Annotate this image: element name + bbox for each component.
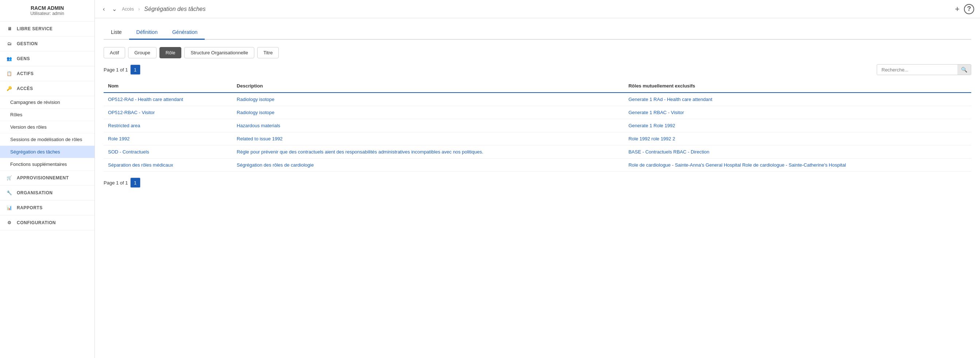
breadcrumb: Accès xyxy=(122,6,134,12)
sidebar-item-rapports[interactable]: 📊 RAPPORTS xyxy=(0,201,94,215)
tab-definition[interactable]: Définition xyxy=(129,25,165,40)
sidebar-section-label: GESTION xyxy=(17,41,38,46)
row-description-link[interactable]: Related to issue 1992 xyxy=(237,136,283,141)
sidebar-sub-sessions[interactable]: Sessions de modélisation de rôles xyxy=(0,133,94,146)
filter-titre[interactable]: Titre xyxy=(257,47,279,58)
row-nom-link[interactable]: OP512-RBAC - Visitor xyxy=(108,110,155,115)
row-exclusif1-link[interactable]: Generate 1 xyxy=(628,123,652,128)
table-head: Nom Description Rôles mutuellement exclu… xyxy=(103,79,971,93)
sidebar-item-actifs[interactable]: 📋 ACTIFS xyxy=(0,67,94,81)
col-description: Description xyxy=(232,79,624,93)
table-top-row: Page 1 of 1 1 🔍 xyxy=(103,64,971,75)
table-header-row: Nom Description Rôles mutuellement exclu… xyxy=(103,79,971,93)
table-row: SOD - ContractuelsRègle pour prévenir qu… xyxy=(103,146,971,158)
pagination-bottom-text: Page 1 of 1 xyxy=(103,180,128,185)
row-exclusif1-link[interactable]: Role de cardiologue - Sainte-Anna's Gene… xyxy=(628,162,741,168)
key-icon: 🔑 xyxy=(6,85,13,92)
search-button[interactable]: 🔍 xyxy=(958,65,971,75)
row-description-link[interactable]: Hazardous materials xyxy=(237,123,280,128)
row-description-link[interactable]: Ségrégation des rôles de cardiologie xyxy=(237,162,314,168)
sidebar-sub-fonctions[interactable]: Fonctions supplémentaires xyxy=(0,158,94,171)
help-button[interactable]: ? xyxy=(964,4,974,14)
cell-description: Règle pour prévenir que des contractuels… xyxy=(232,146,624,158)
add-button[interactable]: + xyxy=(955,5,959,14)
sidebar-item-gens[interactable]: 👥 GENS xyxy=(0,51,94,67)
sidebar-item-gestion[interactable]: 🗂 GESTION xyxy=(0,36,94,51)
row-exclusif2-link[interactable]: RBAC - Direction xyxy=(673,149,709,155)
cell-description: Related to issue 1992 xyxy=(232,132,624,146)
row-nom-link[interactable]: Role 1992 xyxy=(108,136,129,141)
pagination-top: Page 1 of 1 1 xyxy=(103,65,140,75)
sidebar-sub-version-roles[interactable]: Version des rôles xyxy=(0,121,94,133)
row-exclusif1-link[interactable]: BASE - Contractuels xyxy=(628,149,672,155)
filter-actif[interactable]: Actif xyxy=(103,47,125,58)
col-exclusifs: Rôles mutuellement exclusifs xyxy=(624,79,971,93)
folder-icon: 🗂 xyxy=(6,40,13,48)
cell-exclusifs: Role 1992 role 1992 2 xyxy=(624,132,971,146)
search-input[interactable] xyxy=(877,65,958,75)
cell-nom: Role 1992 xyxy=(103,132,232,146)
cell-nom: Restricted area xyxy=(103,119,232,132)
page-btn-top-1[interactable]: 1 xyxy=(130,65,140,75)
sidebar-section-label: LIBRE SERVICE xyxy=(17,26,52,31)
sidebar-header: RACM ADMIN Utilisateur: admin xyxy=(0,0,94,22)
row-nom-link[interactable]: SOD - Contractuels xyxy=(108,149,149,155)
sidebar-section-label: GENS xyxy=(17,56,30,61)
row-description-link[interactable]: Radiology isotope xyxy=(237,97,274,102)
filter-groupe[interactable]: Groupe xyxy=(128,47,156,58)
sidebar-item-libre-service[interactable]: 🖥 LIBRE SERVICE xyxy=(0,22,94,36)
sidebar: RACM ADMIN Utilisateur: admin 🖥 LIBRE SE… xyxy=(0,0,95,358)
page-title: Ségrégation des tâches xyxy=(144,6,205,13)
row-exclusif2-link[interactable]: RAd - Health care attendant xyxy=(654,97,712,102)
wrench-icon: 🔧 xyxy=(6,189,13,196)
row-exclusif2-link[interactable]: Role de cardiologue - Sainte-Catherine's… xyxy=(742,162,846,168)
sidebar-sub-segregation[interactable]: Ségrégation des tâches xyxy=(0,146,94,158)
sidebar-sub-campagnes[interactable]: Campagnes de révision xyxy=(0,96,94,109)
cell-description: Radiology isotope xyxy=(232,93,624,106)
sidebar-section-label: ORGANISATION xyxy=(17,190,52,195)
content-area: Liste Définition Génération Actif Groupe… xyxy=(95,18,980,358)
cell-exclusifs: Role de cardiologue - Sainte-Anna's Gene… xyxy=(624,158,971,172)
tabs-bar: Liste Définition Génération xyxy=(103,25,971,40)
tab-generation[interactable]: Génération xyxy=(165,25,205,40)
topbar-right: + ? xyxy=(955,4,974,14)
row-exclusif1-link[interactable]: Role 1992 xyxy=(628,136,650,141)
sidebar-item-configuration[interactable]: ⚙ CONFIGURATION xyxy=(0,215,94,230)
row-exclusif2-link[interactable]: Role 1992 xyxy=(654,123,675,128)
filter-structure[interactable]: Structure Organisationnelle xyxy=(184,47,254,58)
data-table: Nom Description Rôles mutuellement exclu… xyxy=(103,79,971,172)
cell-nom: Séparation des rôles médicaux xyxy=(103,158,232,172)
row-nom-link[interactable]: Restricted area xyxy=(108,123,140,128)
row-description-link[interactable]: Règle pour prévenir que des contractuels… xyxy=(237,149,484,155)
table-row: Séparation des rôles médicauxSégrégation… xyxy=(103,158,971,172)
row-nom-link[interactable]: OP512-RAd - Health care attendant xyxy=(108,97,183,102)
search-box: 🔍 xyxy=(877,64,971,75)
row-exclusif1-link[interactable]: Generate 1 xyxy=(628,110,652,115)
table-row: Restricted areaHazardous materialsGenera… xyxy=(103,119,971,132)
filter-role[interactable]: Rôle xyxy=(159,47,182,58)
page-btn-bottom-1[interactable]: 1 xyxy=(130,177,140,188)
filter-bar: Actif Groupe Rôle Structure Organisation… xyxy=(103,47,971,58)
sidebar-section-label: ACCÈS xyxy=(17,86,33,91)
chart-icon: 📊 xyxy=(6,204,13,211)
row-exclusif2-link[interactable]: RBAC - Visitor xyxy=(654,110,684,115)
row-exclusif2-link[interactable]: role 1992 2 xyxy=(651,136,675,141)
row-exclusif1-link[interactable]: Generate 1 xyxy=(628,97,652,102)
cell-description: Hazardous materials xyxy=(232,119,624,132)
cell-exclusifs: Generate 1 Role 1992 xyxy=(624,119,971,132)
col-nom: Nom xyxy=(103,79,232,93)
pagination-bottom: Page 1 of 1 1 xyxy=(103,177,971,188)
row-nom-link[interactable]: Séparation des rôles médicaux xyxy=(108,162,173,168)
sidebar-sub-roles[interactable]: Rôles xyxy=(0,109,94,121)
back-button[interactable]: ‹ xyxy=(101,5,107,14)
dropdown-button[interactable]: ⌄ xyxy=(110,4,119,14)
table-row: OP512-RAd - Health care attendantRadiolo… xyxy=(103,93,971,106)
sidebar-item-organisation[interactable]: 🔧 ORGANISATION xyxy=(0,185,94,201)
sidebar-item-acces[interactable]: 🔑 ACCÈS xyxy=(0,81,94,96)
tab-liste[interactable]: Liste xyxy=(103,25,129,40)
cell-nom: SOD - Contractuels xyxy=(103,146,232,158)
row-description-link[interactable]: Radiology isotope xyxy=(237,110,274,115)
topbar-left: ‹ ⌄ Accès › Ségrégation des tâches xyxy=(101,4,205,14)
sidebar-item-approvisionnement[interactable]: 🛒 APPROVISIONNEMENT xyxy=(0,171,94,185)
app-user: Utilisateur: admin xyxy=(6,11,89,16)
